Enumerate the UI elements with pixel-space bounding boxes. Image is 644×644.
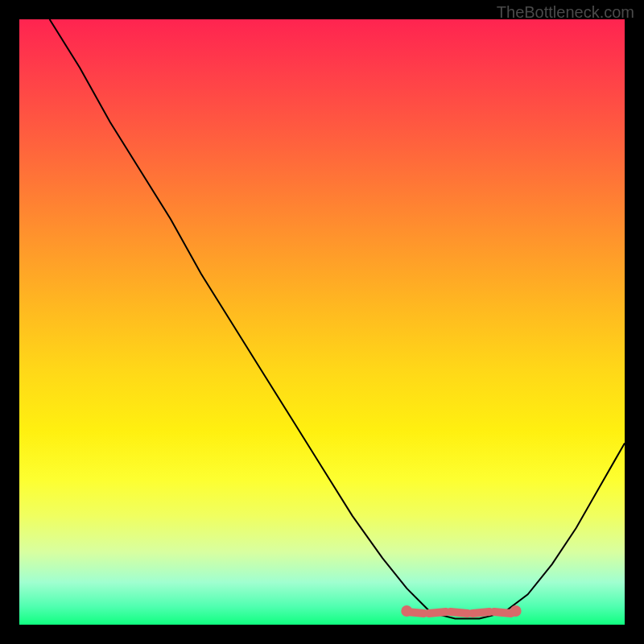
optimal-region-marker bbox=[407, 612, 511, 613]
bottleneck-chart bbox=[19, 19, 625, 625]
bottleneck-curve-path bbox=[50, 19, 625, 619]
curve-layer bbox=[19, 19, 625, 625]
optimal-region-dot-left bbox=[401, 605, 412, 617]
watermark-text: TheBottleneck.com bbox=[497, 3, 634, 22]
optimal-region-dot-right bbox=[510, 605, 522, 617]
